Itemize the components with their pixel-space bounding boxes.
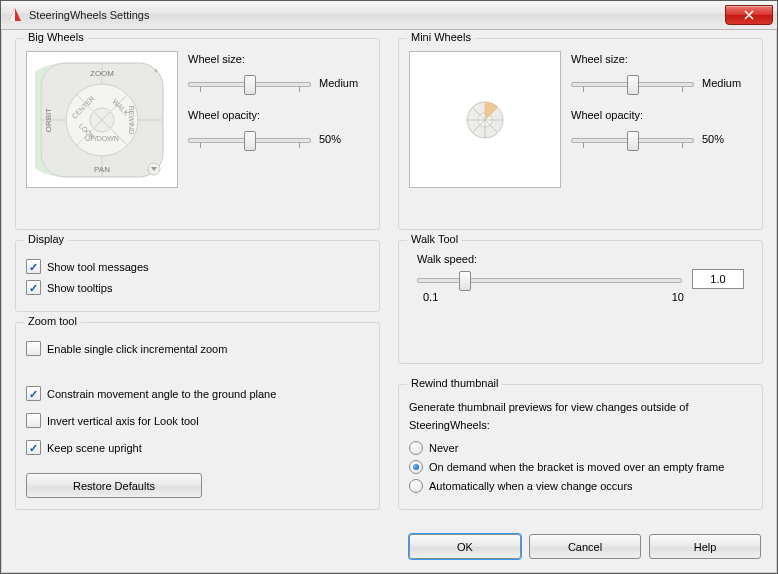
checkbox-single-click-zoom[interactable]: Enable single click incremental zoom <box>26 341 369 356</box>
dialog-footer: OK Cancel Help <box>1 524 777 573</box>
settings-window: SteeringWheels Settings Big Wheels <box>0 0 778 574</box>
radio-label: On demand when the bracket is moved over… <box>429 461 724 473</box>
legend-mini-wheels: Mini Wheels <box>407 31 475 43</box>
radio-label: Automatically when a view change occurs <box>429 480 633 492</box>
svg-text:×: × <box>154 67 158 74</box>
checkbox-show-tooltips[interactable]: ✓ Show tooltips <box>26 280 369 295</box>
legend-big-wheels: Big Wheels <box>24 31 88 43</box>
svg-text:UP/DOWN: UP/DOWN <box>85 135 119 142</box>
button-label: Cancel <box>568 541 602 553</box>
group-zoom-tool: Zoom tool Enable single click incrementa… <box>15 322 380 510</box>
group-big-wheels: Big Wheels <box>15 38 380 230</box>
mini-wheel-size-slider[interactable] <box>571 73 694 93</box>
mini-wheel-size-value: Medium <box>702 77 752 89</box>
button-label: Restore Defaults <box>73 480 155 492</box>
mini-wheel-opacity-slider[interactable] <box>571 129 694 149</box>
checkbox-label: Constrain movement angle to the ground p… <box>47 388 276 400</box>
svg-text:ZOOM: ZOOM <box>90 69 114 78</box>
big-wheel-preview: × ZOOM PAN ORBIT CENTER WALK REWIND <box>26 51 178 188</box>
left-column: Big Wheels <box>15 38 380 520</box>
help-button[interactable]: Help <box>649 534 761 559</box>
rewind-desc-line2: SteeringWheels: <box>409 419 752 431</box>
radio-label: Never <box>429 442 458 454</box>
big-wheel-size-value: Medium <box>319 77 369 89</box>
checkbox-label: Keep scene upright <box>47 442 142 454</box>
svg-text:ORBIT: ORBIT <box>44 107 53 132</box>
checkbox-label: Enable single click incremental zoom <box>47 343 227 355</box>
titlebar: SteeringWheels Settings <box>1 1 777 30</box>
legend-zoom-tool: Zoom tool <box>24 315 81 327</box>
button-label: Help <box>694 541 717 553</box>
radio-automatically[interactable]: Automatically when a view change occurs <box>409 479 752 493</box>
ok-button[interactable]: OK <box>409 534 521 559</box>
walk-speed-slider[interactable] <box>417 269 682 289</box>
group-walk-tool: Walk Tool Walk speed: 0.1 10 <box>398 240 763 364</box>
group-mini-wheels: Mini Wheels <box>398 38 763 230</box>
checkbox-label: Show tool messages <box>47 261 149 273</box>
walk-speed-label: Walk speed: <box>417 253 744 265</box>
big-wheel-opacity-value: 50% <box>319 133 369 145</box>
big-wheel-opacity-label: Wheel opacity: <box>188 109 369 121</box>
big-wheel-size-label: Wheel size: <box>188 53 369 65</box>
big-wheel-opacity-slider[interactable] <box>188 129 311 149</box>
restore-defaults-button[interactable]: Restore Defaults <box>26 473 202 498</box>
legend-walk-tool: Walk Tool <box>407 233 462 245</box>
walk-speed-input[interactable] <box>692 269 744 289</box>
group-display: Display ✓ Show tool messages ✓ Show tool… <box>15 240 380 312</box>
walk-speed-min: 0.1 <box>423 291 438 303</box>
svg-marker-1 <box>9 8 15 21</box>
radio-on-demand[interactable]: On demand when the bracket is moved over… <box>409 460 752 474</box>
checkbox-label: Show tooltips <box>47 282 112 294</box>
close-icon <box>744 10 754 20</box>
group-rewind-thumbnail: Rewind thumbnail Generate thumbnail prev… <box>398 384 763 510</box>
rewind-desc-line1: Generate thumbnail previews for view cha… <box>409 401 752 413</box>
mini-wheel-opacity-value: 50% <box>702 133 752 145</box>
checkbox-label: Invert vertical axis for Look tool <box>47 415 199 427</box>
mini-wheel-preview <box>409 51 561 188</box>
window-title: SteeringWheels Settings <box>29 9 149 21</box>
big-wheel-size-slider[interactable] <box>188 73 311 93</box>
checkbox-keep-scene-upright[interactable]: ✓ Keep scene upright <box>26 440 369 455</box>
app-icon <box>7 7 23 23</box>
legend-display: Display <box>24 233 68 245</box>
right-column: Mini Wheels <box>398 38 763 520</box>
button-label: OK <box>457 541 473 553</box>
mini-wheel-size-label: Wheel size: <box>571 53 752 65</box>
close-button[interactable] <box>725 5 773 25</box>
checkbox-show-tool-messages[interactable]: ✓ Show tool messages <box>26 259 369 274</box>
svg-text:REWIND: REWIND <box>128 105 135 133</box>
checkbox-constrain-movement[interactable]: ✓ Constrain movement angle to the ground… <box>26 386 369 401</box>
mini-wheel-opacity-label: Wheel opacity: <box>571 109 752 121</box>
svg-text:PAN: PAN <box>94 165 110 174</box>
walk-speed-max: 10 <box>672 291 684 303</box>
radio-never[interactable]: Never <box>409 441 752 455</box>
cancel-button[interactable]: Cancel <box>529 534 641 559</box>
checkbox-invert-vertical[interactable]: Invert vertical axis for Look tool <box>26 413 369 428</box>
legend-rewind: Rewind thumbnail <box>407 377 502 389</box>
